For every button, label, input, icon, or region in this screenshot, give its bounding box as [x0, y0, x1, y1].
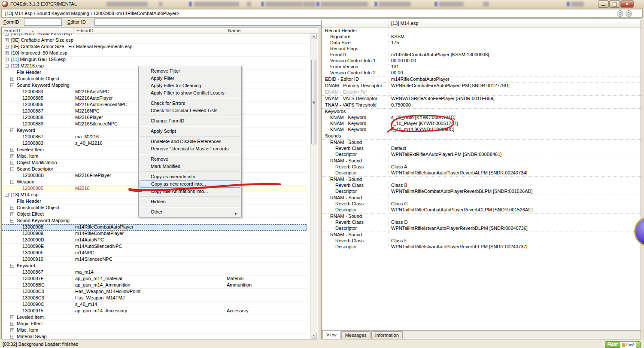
- tree-scrollbar[interactable]: ▲ ▼: [310, 34, 317, 339]
- formid-filter-input[interactable]: [24, 18, 62, 26]
- forward-nav-button[interactable]: ↻: [626, 10, 632, 17]
- tree-row[interactable]: −Sound Keyword Mapping: [2, 218, 307, 224]
- detail-row[interactable]: Reverb ClassClass B: [322, 183, 641, 189]
- collapse-minus-icon[interactable]: −: [10, 83, 14, 87]
- menu-item[interactable]: Check for Errors: [139, 100, 241, 107]
- detail-row[interactable]: DescriptorWPNTailIntRifleIstvanAutoPlaye…: [322, 226, 641, 232]
- detail-row[interactable]: DescriptorWPNTailIntRifleIstvanAutoPlaye…: [322, 244, 641, 250]
- collapse-minus-icon[interactable]: −: [5, 64, 9, 68]
- menu-item[interactable]: Change FormID: [139, 117, 241, 125]
- detail-row[interactable]: Reverb ClassClass C: [322, 201, 641, 207]
- detail-row[interactable]: RNAM - Sound: [322, 232, 641, 238]
- detail-row[interactable]: Version Control Info 100 00 00 00: [322, 58, 641, 64]
- menu-item[interactable]: Copy as override into....: [139, 173, 241, 180]
- tree-row[interactable]: 130008BCap_gun_m14_AmmunitionAmmunition: [2, 282, 307, 289]
- column-name[interactable]: Name: [225, 27, 318, 34]
- tree-row[interactable]: +Misc. Item: [2, 327, 307, 334]
- detail-row[interactable]: Form Version131: [322, 64, 641, 70]
- tree-row[interactable]: 130008C3Has_Weapon_M14FMJ: [2, 295, 307, 302]
- tree-row[interactable]: 13000908m14RifleCombatAutoPlayer: [2, 224, 307, 231]
- expand-plus-icon[interactable]: +: [10, 328, 14, 332]
- detail-row[interactable]: DNAM - Primary DescriptorWPNRifleCombatF…: [322, 82, 641, 89]
- detail-row[interactable]: Keywords: [322, 108, 641, 115]
- expand-plus-icon[interactable]: +: [10, 315, 14, 319]
- expand-plus-icon[interactable]: +: [10, 322, 14, 326]
- collapse-minus-icon[interactable]: −: [10, 219, 14, 223]
- detail-row[interactable]: RNAM - Sound: [322, 158, 641, 164]
- detail-row[interactable]: Version Control Info 200 00: [322, 70, 641, 76]
- minimize-button[interactable]: [598, 0, 609, 8]
- menu-item[interactable]: Remove Filter: [139, 67, 241, 75]
- menu-item[interactable]: Apply Filter to show Conflict Losers: [139, 89, 241, 97]
- tree-row[interactable]: +[0E] Craftable Armor Size.esp: [2, 37, 307, 44]
- expand-plus-icon[interactable]: +: [10, 335, 14, 339]
- detail-row[interactable]: SignatureKSSM: [322, 34, 641, 40]
- collapse-minus-icon[interactable]: −: [10, 128, 14, 132]
- detail-row[interactable]: EDID - Editor IDm14RifleCombatAutoPlayer: [322, 76, 641, 82]
- restore-button[interactable]: [609, 0, 620, 8]
- tree-row[interactable]: 13000867ma_m14: [2, 269, 307, 276]
- detail-row[interactable]: Data Size175: [322, 40, 641, 46]
- expand-plus-icon[interactable]: +: [10, 154, 14, 158]
- detail-row[interactable]: KNAM - Keywords_30_Auto [KYWD:000A191C]: [322, 115, 641, 121]
- expand-plus-icon[interactable]: +: [5, 45, 9, 49]
- collapse-minus-icon[interactable]: −: [5, 193, 9, 197]
- tree-row[interactable]: 1300087Fap_gun_m14_materialMaterial: [2, 276, 307, 282]
- detail-header-plugin[interactable]: [13] M14.esp: [391, 21, 419, 26]
- scrollbar-thumb[interactable]: [311, 60, 316, 144]
- tab-view[interactable]: View: [322, 330, 340, 339]
- column-editorid[interactable]: EditorID: [74, 27, 225, 34]
- detail-row[interactable]: KNAM - Keywords_10_Player [KYWD:00051747…: [322, 121, 641, 127]
- detail-row[interactable]: Sounds: [322, 133, 641, 139]
- detail-row[interactable]: RNAM - Sound: [322, 195, 641, 201]
- tree-row[interactable]: +Leveled Item: [2, 314, 307, 321]
- tree-row[interactable]: 130008C0Has_Weapon_M14HollowPoint: [2, 289, 307, 295]
- tree-row[interactable]: +[11] Minigun Gau-19B.esp: [2, 57, 307, 63]
- tree-row[interactable]: +Material Swap: [2, 334, 307, 339]
- detail-row[interactable]: Reverb ClassClass E: [322, 238, 641, 244]
- expand-plus-icon[interactable]: +: [5, 58, 9, 61]
- menu-item[interactable]: Remove: [139, 156, 241, 163]
- expand-plus-icon[interactable]: +: [10, 77, 14, 81]
- tree-row[interactable]: +[10] Improved .50 Mod.esp: [2, 50, 307, 57]
- tree-row[interactable]: +[0D] CFAO - PAMI Patch.esp: [2, 34, 307, 37]
- detail-row[interactable]: ENAM - Exterior Tail: [322, 89, 641, 95]
- close-button[interactable]: ×: [620, 0, 634, 8]
- collapse-minus-icon[interactable]: −: [10, 264, 14, 268]
- expand-plus-icon[interactable]: +: [5, 34, 9, 36]
- menu-item[interactable]: Check for Circular Leveled Lists: [139, 107, 241, 114]
- tree-row[interactable]: 1300090Fm14NPC: [2, 250, 307, 256]
- menu-item[interactable]: Apply Filter for Cleaning: [139, 82, 241, 89]
- expand-plus-icon[interactable]: +: [5, 38, 9, 42]
- detail-row[interactable]: DescriptorWPNTailExtRifleAAutoPlayerLPM …: [322, 152, 641, 158]
- collapse-minus-icon[interactable]: −: [10, 180, 14, 184]
- menu-item[interactable]: Apply Script: [139, 128, 241, 135]
- column-formid[interactable]: FormID▲: [2, 27, 74, 34]
- detail-row[interactable]: DescriptorWPNTailIntRifleCombatAutoPlaye…: [322, 189, 641, 195]
- tree-row[interactable]: −Keyword: [2, 263, 307, 269]
- expand-plus-icon[interactable]: +: [10, 161, 14, 165]
- scroll-up-icon[interactable]: ▲: [311, 34, 317, 39]
- detail-row[interactable]: Reverb ClassClass D: [322, 220, 641, 226]
- detail-row[interactable]: RNAM - Sound: [322, 213, 641, 220]
- detail-row[interactable]: DescriptorWPNTailIntRifleCombatAutoPlaye…: [322, 207, 641, 213]
- detail-row[interactable]: Reverb ClassDefault: [322, 146, 641, 152]
- scroll-down-icon[interactable]: ▼: [311, 333, 317, 339]
- expand-plus-icon[interactable]: +: [5, 51, 9, 55]
- expand-plus-icon[interactable]: +: [10, 212, 14, 216]
- menu-item[interactable]: Remove "Identical to Master" records: [139, 145, 241, 153]
- detail-row[interactable]: RNAM - Sound: [322, 139, 641, 146]
- detail-row[interactable]: Record Header: [322, 28, 641, 34]
- tree-row[interactable]: 1300090Dm14AutoNPC: [2, 237, 307, 244]
- menu-item[interactable]: Copy as new record into...: [140, 180, 240, 188]
- expand-plus-icon[interactable]: +: [10, 206, 14, 210]
- menu-item[interactable]: Hidden: [139, 198, 241, 205]
- menu-item[interactable]: Other►: [139, 208, 241, 216]
- back-nav-button[interactable]: ↺: [617, 10, 623, 17]
- menu-item[interactable]: Apply Filter: [139, 75, 241, 82]
- tree-row[interactable]: +Magic Effect: [2, 321, 307, 327]
- detail-row[interactable]: TNAM - VATS Threshold0.750000: [322, 102, 641, 108]
- tree-row[interactable]: 13000915ap_gun_m14_AccessoryAccessory: [2, 308, 307, 314]
- menu-item[interactable]: Copy Idle Animations into...: [139, 188, 241, 195]
- tab-information[interactable]: Information: [371, 331, 403, 339]
